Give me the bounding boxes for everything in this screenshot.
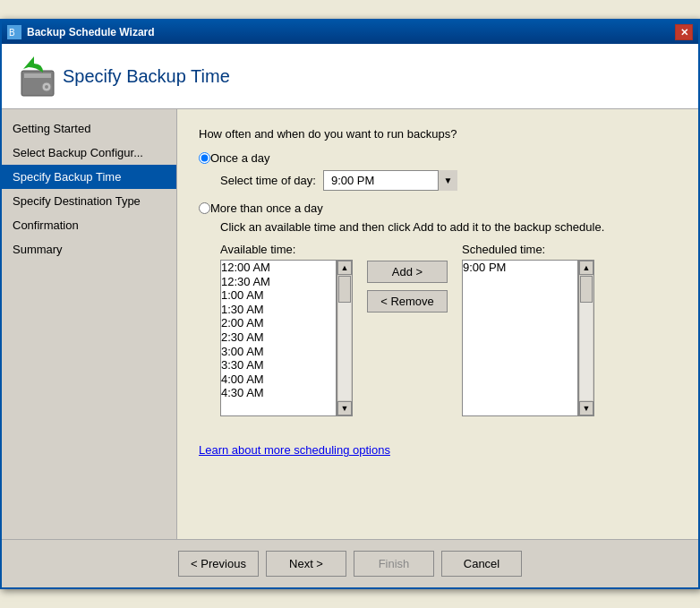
cancel-button[interactable]: Cancel: [441, 551, 522, 577]
title-bar: B Backup Schedule Wizard ✕: [2, 21, 698, 44]
once-a-day-row: Once a day: [199, 151, 677, 165]
scroll-up-btn[interactable]: ▲: [337, 261, 352, 275]
previous-button[interactable]: < Previous: [178, 551, 259, 577]
scheduled-time-box-wrapper: 9:00 PM ▲ ▼: [462, 260, 594, 416]
learn-link-area: Learn about more scheduling options: [199, 443, 677, 457]
sidebar-item-getting-started[interactable]: Getting Started: [2, 116, 176, 141]
scheduled-time-scrollbar: ▲ ▼: [578, 260, 594, 416]
more-than-once-radio[interactable]: [199, 202, 210, 214]
sidebar-item-summary[interactable]: Summary: [2, 237, 176, 261]
more-than-once-row: More than once a day: [199, 201, 677, 215]
backup-icon: [16, 53, 63, 99]
time-of-day-dropdown[interactable]: 9:00 PM 12:00 AM 12:30 AM 1:00 AM 1:30 A…: [323, 170, 457, 191]
sidebar-item-confirmation[interactable]: Confirmation: [2, 213, 176, 237]
available-time-select[interactable]: 12:00 AM 12:30 AM 1:00 AM 1:30 AM 2:00 A…: [221, 261, 321, 415]
available-time-box-wrapper: 12:00 AM 12:30 AM 1:00 AM 1:30 AM 2:00 A…: [220, 260, 353, 416]
time-of-day-label: Select time of day:: [220, 174, 316, 187]
main-panel: How often and when do you want to run ba…: [177, 109, 698, 539]
svg-point-5: [45, 85, 48, 89]
available-time-listbox: 12:00 AM 12:30 AM 1:00 AM 1:30 AM 2:00 A…: [220, 260, 337, 416]
time-select-row: Select time of day: 9:00 PM 12:00 AM 12:…: [220, 170, 677, 191]
once-a-day-radio[interactable]: [199, 152, 210, 164]
learn-more-link[interactable]: Learn about more scheduling options: [199, 443, 390, 457]
content-area: Getting Started Select Backup Configur..…: [2, 109, 698, 539]
more-than-once-description: Click an available time and then click A…: [220, 220, 677, 234]
next-button[interactable]: Next >: [266, 551, 346, 577]
available-time-label: Available time:: [220, 243, 353, 256]
header-area: Specify Backup Time: [2, 44, 698, 109]
lists-area: Available time: 12:00 AM 12:30 AM 1:00 A…: [220, 243, 677, 416]
window-icon: B: [7, 25, 21, 39]
sidebar-item-specify-backup-time[interactable]: Specify Backup Time: [2, 165, 176, 189]
close-button[interactable]: ✕: [675, 24, 693, 40]
scheduled-time-select[interactable]: 9:00 PM: [463, 261, 563, 415]
add-button[interactable]: Add >: [367, 261, 448, 283]
scheduled-time-section: Scheduled time: 9:00 PM ▲ ▼: [462, 243, 594, 416]
scroll-thumb: [338, 276, 351, 303]
add-remove-buttons: Add > < Remove: [360, 261, 455, 313]
footer: < Previous Next > Finish Cancel: [2, 539, 698, 587]
scroll-track: [338, 276, 351, 400]
sched-scroll-up-btn[interactable]: ▲: [579, 261, 593, 275]
available-time-section: Available time: 12:00 AM 12:30 AM 1:00 A…: [220, 243, 353, 416]
scroll-down-btn[interactable]: ▼: [337, 401, 352, 415]
page-title: Specify Backup Time: [63, 66, 230, 87]
scheduled-time-label: Scheduled time:: [462, 243, 594, 256]
question-label: How often and when do you want to run ba…: [199, 127, 677, 141]
sidebar-item-select-backup[interactable]: Select Backup Configur...: [2, 141, 176, 165]
available-time-scrollbar: ▲ ▼: [337, 260, 353, 416]
svg-text:B: B: [9, 28, 15, 38]
time-dropdown-wrapper: 9:00 PM 12:00 AM 12:30 AM 1:00 AM 1:30 A…: [323, 170, 457, 191]
sched-scroll-track: [580, 276, 593, 400]
sched-scroll-down-btn[interactable]: ▼: [579, 401, 593, 415]
remove-button[interactable]: < Remove: [367, 290, 448, 313]
sched-scroll-thumb: [580, 276, 593, 303]
main-window: B Backup Schedule Wizard ✕ Specify Backu…: [0, 19, 700, 589]
scheduled-time-listbox: 9:00 PM: [462, 260, 578, 416]
window-title: Backup Schedule Wizard: [27, 26, 675, 39]
svg-rect-3: [24, 73, 51, 78]
once-a-day-label: Once a day: [210, 151, 270, 165]
finish-button[interactable]: Finish: [354, 551, 434, 577]
more-than-once-label: More than once a day: [210, 201, 323, 215]
sidebar-item-specify-destination[interactable]: Specify Destination Type: [2, 189, 176, 213]
sidebar: Getting Started Select Backup Configur..…: [2, 109, 177, 539]
